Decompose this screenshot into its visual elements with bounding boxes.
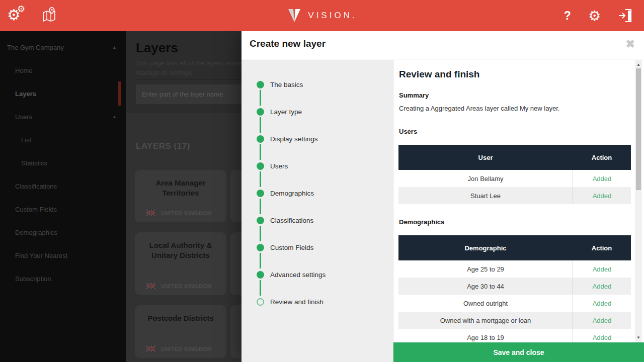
sidebar-item-demographics[interactable]: Demographics (0, 221, 126, 244)
step-current-dot-icon (257, 298, 264, 306)
table-row: Owned with a mortgage or loan Added (398, 312, 631, 329)
scroll-down-icon[interactable]: ▼ (635, 335, 642, 340)
action-cell: Added (573, 260, 631, 278)
table-row: Owned outright Added (398, 295, 631, 312)
layer-card-partial[interactable] (230, 232, 242, 295)
logout-icon[interactable] (618, 8, 633, 24)
layer-card-local-authority[interactable]: Local Authority & Unitary Districts UNIT… (135, 232, 226, 295)
sidebar-item-users-statistics[interactable]: Statistics (0, 151, 126, 174)
gear-small-icon: ⚙ (17, 5, 25, 14)
layer-card-partial[interactable] (230, 170, 242, 222)
sidebar-item-custom-fields[interactable]: Custom Fields (0, 198, 126, 221)
demographic-cell: Age 25 to 29 (398, 260, 573, 278)
card-country-label: UNITED KINGDOM (161, 346, 212, 352)
layers-page: Layers This page lists all of the layers… (126, 31, 242, 362)
sidebar-item-subscription[interactable]: Subscription (0, 267, 126, 290)
sidebar-item-users[interactable]: Users ▲ (0, 105, 126, 128)
topbar-left-group: ⚙ ⚙ (7, 0, 57, 31)
topbar-right-group: ? ⚙ (564, 0, 633, 31)
uk-flag-icon (146, 210, 155, 216)
action-cell: Added (573, 278, 631, 295)
review-panel: Review and finish Summary Creating a Agg… (394, 60, 644, 362)
step-complete-dot-icon (257, 135, 264, 143)
summary-text: Creating a Aggregated Areas layer called… (399, 105, 559, 112)
step-review-and-finish[interactable]: Review and finish (242, 288, 393, 315)
user-cell: Stuart Lee (398, 187, 573, 204)
card-country-label: UNITED KINGDOM (161, 210, 212, 216)
scroll-up-icon[interactable]: ▲ (635, 62, 642, 67)
wizard-stepper: The basics Layer type Display settings U… (242, 60, 393, 362)
card-country-label: UNITED KINGDOM (161, 283, 212, 289)
action-cell: Added (573, 295, 631, 312)
step-complete-dot-icon (257, 108, 264, 116)
layers-page-header: Layers This page lists all of the layers… (126, 31, 242, 113)
demographic-cell: Owned with a mortgage or loan (398, 312, 573, 329)
step-classifications[interactable]: Classifications (242, 207, 393, 234)
sidebar-item-users-list[interactable]: List (0, 128, 126, 151)
demographic-cell: Owned outright (398, 295, 573, 312)
col-header-action: Action (573, 145, 631, 170)
step-complete-dot-icon (257, 162, 264, 170)
summary-label: Summary (399, 92, 429, 99)
table-row: Stuart Lee Added (398, 187, 631, 204)
demographics-table-header: Demographic Action (398, 235, 631, 260)
scrollbar-thumb[interactable] (636, 68, 641, 190)
step-layer-type[interactable]: Layer type (242, 98, 393, 125)
vision-logo-mark-icon (287, 9, 302, 23)
step-demographics[interactable]: Demographics (242, 179, 393, 207)
collapse-arrow-icon[interactable]: ▲ (112, 45, 117, 50)
divider (136, 79, 242, 79)
col-header-action: Action (573, 235, 631, 260)
layer-search-input[interactable] (136, 84, 242, 104)
create-new-layer-modal: Create new layer ✖ The basics Layer type… (242, 31, 644, 362)
step-complete-dot-icon (257, 271, 264, 279)
uk-flag-icon (146, 345, 155, 352)
uk-flag-icon (146, 283, 155, 289)
sidebar-item-layers[interactable]: Layers (0, 82, 126, 105)
users-table: User Action Jon Bellamy Added Stuart Lee… (398, 145, 631, 204)
step-advanced-settings[interactable]: Advanced settings (242, 261, 393, 288)
demographics-section-label: Demographics (399, 218, 444, 226)
user-cell: Jon Bellamy (398, 170, 573, 187)
table-row: Age 25 to 29 Added (398, 260, 631, 278)
map-icon[interactable] (41, 7, 57, 24)
vision-logo: VISION. (0, 0, 644, 31)
collapse-arrow-icon[interactable]: ▲ (112, 114, 117, 119)
modal-header: Create new layer ✖ (242, 31, 644, 59)
col-header-user: User (398, 145, 573, 170)
settings-gear-icon[interactable]: ⚙ (588, 8, 601, 24)
active-indicator-bar (118, 81, 121, 106)
action-cell: Added (573, 312, 631, 329)
col-header-demographic: Demographic (398, 235, 573, 260)
step-display-settings[interactable]: Display settings (242, 125, 393, 152)
layer-card-postcode-districts[interactable]: Postcode Districts UNITED KINGDOM (135, 305, 226, 358)
table-row: Jon Bellamy Added (398, 170, 631, 187)
step-the-basics[interactable]: The basics (242, 71, 393, 98)
layers-count-header: LAYERS (17) (136, 141, 190, 151)
sidebar-company-header[interactable]: The Gym Company ▲ (0, 40, 126, 54)
demographic-cell: Age 30 to 44 (398, 278, 573, 295)
users-table-header: User Action (398, 145, 631, 170)
admin-gears-icon[interactable]: ⚙ ⚙ (7, 6, 27, 26)
step-custom-fields[interactable]: Custom Fields (242, 234, 393, 261)
modal-scrollbar[interactable]: ▲ ▼ (635, 60, 642, 342)
sidebar: The Gym Company ▲ Home Layers Users ▲ Li… (0, 31, 126, 362)
layer-card-area-manager-territories[interactable]: Area Manager Territories UNITED KINGDOM (135, 170, 226, 222)
step-users[interactable]: Users (242, 152, 393, 179)
help-icon[interactable]: ? (564, 9, 571, 23)
layer-card-partial[interactable] (230, 305, 242, 358)
save-and-close-button[interactable]: Save and close (393, 342, 644, 362)
step-complete-dot-icon (257, 81, 264, 88)
sidebar-item-classifications[interactable]: Classifications (0, 174, 126, 198)
app-screen: ⚙ ⚙ VISION. ? ⚙ (0, 0, 644, 362)
sidebar-item-find-your-nearest[interactable]: Find Your Nearest (0, 244, 126, 267)
review-heading: Review and finish (399, 69, 479, 80)
step-complete-dot-icon (257, 244, 264, 251)
topbar: ⚙ ⚙ VISION. ? ⚙ (0, 0, 644, 31)
action-cell: Added (573, 187, 631, 204)
sidebar-item-home[interactable]: Home (0, 59, 126, 82)
sidebar-nav: Home Layers Users ▲ List Statistics Clas… (0, 59, 126, 290)
modal-title: Create new layer (250, 38, 326, 49)
vision-logo-text: VISION. (308, 11, 357, 21)
close-icon[interactable]: ✖ (626, 38, 635, 51)
